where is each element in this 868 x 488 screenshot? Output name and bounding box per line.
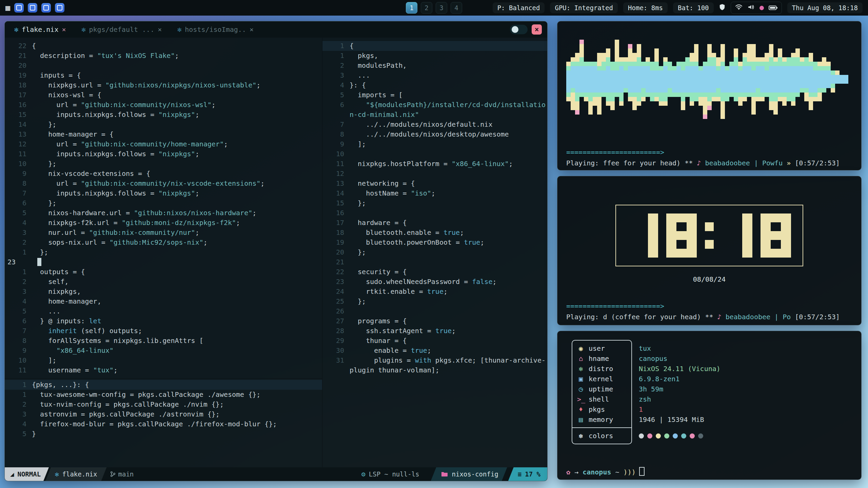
code-line: 21: [322, 257, 547, 267]
toggle-knob: [512, 26, 518, 33]
toggle-button[interactable]: [510, 25, 528, 34]
tab-close-icon[interactable]: ×: [62, 25, 66, 34]
line-number: 10: [5, 355, 32, 365]
terminal-cursor[interactable]: [639, 467, 645, 476]
code-line: n-cd-minimal.nix": [322, 110, 547, 120]
statusline: ◢ NORMAL ✻ flake.nix main ⚙ LSP ~ n: [5, 467, 547, 481]
tab-label: hosts/isoImag..: [185, 25, 246, 34]
code-line: 23: [5, 257, 322, 267]
gpu-chip: GPU: Integrated: [550, 2, 618, 13]
line-number: 23: [5, 257, 29, 267]
code-line: 26: [322, 306, 547, 316]
color-dot: [656, 433, 661, 439]
mode-indicator: ◢ NORMAL: [5, 467, 49, 481]
line-number: 27: [322, 316, 350, 326]
clock-colon: [705, 214, 714, 258]
battery-icon[interactable]: [769, 4, 777, 12]
line-number: 6: [5, 316, 32, 326]
code-text: tux-awesome-wm-config = pkgs.callPackage…: [32, 390, 260, 400]
line-number: [322, 365, 350, 375]
line-number: 19: [5, 70, 32, 80]
line-number: 2: [322, 61, 350, 70]
text-segment: beabadoobee | Powfu: [705, 159, 783, 167]
fetch-row: ♦pkgs: [572, 404, 631, 414]
app-glyph: [43, 5, 49, 11]
code-line: 22 security = {: [322, 267, 547, 277]
app-launcher-icon[interactable]: ▦: [5, 3, 10, 12]
buffer-iso-image-nix[interactable]: 1{1 pkgs,2 modulesPath,3 ...4}: {5 impor…: [322, 38, 547, 467]
taskbar-app-icon[interactable]: [14, 3, 24, 13]
window-close-button[interactable]: ×: [532, 24, 542, 35]
code-line: 4 firefox-mod-blur = pkgs.callPackage ./…: [5, 419, 322, 429]
fetch-terminal[interactable]: ◉user⌂hname✻distro▣kernel◷uptime>_shell♦…: [557, 331, 862, 480]
editor-tabbar: ✻ flake.nix × ✻ pkgs/default ... × ✻ hos…: [5, 21, 547, 38]
tab-label: pkgs/default ...: [89, 25, 155, 34]
volume-icon[interactable]: [747, 4, 755, 12]
code-line: 18 bluetooth.enable = true;: [322, 228, 547, 238]
tab-close-icon[interactable]: ×: [158, 25, 162, 34]
line-number: 16: [322, 208, 350, 218]
record-indicator-icon[interactable]: [760, 6, 764, 10]
tab-hosts-isoimage[interactable]: ✻ hosts/isoImag.. ×: [177, 25, 254, 34]
shell-prompt[interactable]: ✿ → canopus ~ ))): [566, 467, 645, 477]
visualizer-terminal[interactable]: =======================> Playing: ffee f…: [557, 21, 862, 170]
code-line: 8 ../../modules/nixos/desktop/awesome: [322, 129, 547, 139]
line-number: 3: [322, 70, 350, 80]
line-number: 5: [322, 90, 350, 100]
line-number: 18: [322, 228, 350, 238]
code-text: "${modulesPath}/installer/cd-dvd/install…: [350, 100, 546, 110]
code-text: };: [350, 198, 366, 208]
statusline-filename: flake.nix: [62, 470, 97, 478]
hostname-icon: ⌂: [577, 354, 585, 363]
code-line: 18 nixpkgs.url = "github:nixos/nixpkgs/n…: [5, 80, 322, 90]
taskbar-app-icon[interactable]: [41, 3, 51, 13]
terminal-color-dots: [639, 431, 721, 441]
code-text: sudo.wheelNeedsPassword = false;: [350, 277, 497, 287]
line-number: 3: [5, 228, 32, 238]
code-line: 7 inherit (self) outputs;: [5, 326, 322, 336]
uptime-icon: ◷: [577, 384, 585, 394]
line-number: 2: [5, 277, 32, 287]
code-text: pkgs,: [350, 51, 378, 61]
tab-label: flake.nix: [22, 25, 58, 34]
text-segment: [0:57/2:53]: [795, 159, 840, 167]
tab-flake-nix[interactable]: ✻ flake.nix ×: [14, 25, 66, 34]
code-line: 11 inputs.nixpkgs.follows = "nixpkgs";: [5, 149, 322, 159]
tab-pkgs-default[interactable]: ✻ pkgs/default ... ×: [81, 25, 162, 34]
code-line: 8 url = "github:nix-community/nix-vscode…: [5, 179, 322, 188]
branch-icon: [110, 471, 116, 477]
taskbar-right: P: Balanced GPU: Integrated Home: 8ms Ba…: [493, 2, 863, 14]
buffer-flake-nix[interactable]: 22{21 description = "tux's NixOS Flake";…: [5, 38, 322, 378]
workspace-tag-2[interactable]: 2: [421, 2, 432, 14]
line-number: 12: [5, 139, 32, 149]
line-number: 25: [322, 297, 350, 306]
code-line: 5 imports = [: [322, 90, 547, 100]
taskbar-app-icon[interactable]: [55, 3, 64, 13]
code-line: 13 networking = {: [322, 179, 547, 188]
code-line: 3 nur.url = "github:nix-community/nur";: [5, 228, 322, 238]
line-number: 8: [5, 179, 32, 188]
datetime[interactable]: Thu Aug 08, 18:18: [787, 2, 863, 13]
prompt-icon: ✿: [566, 468, 574, 476]
tab-close-icon[interactable]: ×: [250, 25, 254, 34]
fetch-row: ◉user: [572, 343, 631, 353]
code-text: ../../modules/nixos/default.nix: [350, 120, 492, 129]
code-text: forAllSystems = nixpkgs.lib.genAttrs [: [32, 336, 203, 346]
code-line: 7 ../../modules/nixos/default.nix: [322, 120, 547, 129]
line-number: 15: [322, 198, 350, 208]
workspace-tag-1[interactable]: 1: [406, 2, 417, 14]
line-number: 15: [5, 110, 32, 120]
code-text: nixpkgs,: [32, 287, 81, 297]
buffer-pkgs-default-nix[interactable]: 1{pkgs, ...}: {1 tux-awesome-wm-config =…: [5, 378, 322, 467]
workspace-tag-3[interactable]: 3: [436, 2, 447, 14]
line-number: 11: [322, 159, 350, 169]
clock-terminal[interactable]: 08/08/24 =======================> Playin…: [557, 176, 862, 325]
wifi-icon[interactable]: [735, 4, 743, 12]
workspace-tag-4[interactable]: 4: [451, 2, 462, 14]
nix-icon: ✻: [81, 25, 85, 34]
line-number: 5: [5, 306, 32, 316]
line-number: 18: [5, 80, 32, 90]
shield-icon[interactable]: [719, 4, 725, 12]
taskbar-app-icon[interactable]: [28, 3, 37, 13]
code-text: hostName = "iso";: [350, 188, 435, 198]
